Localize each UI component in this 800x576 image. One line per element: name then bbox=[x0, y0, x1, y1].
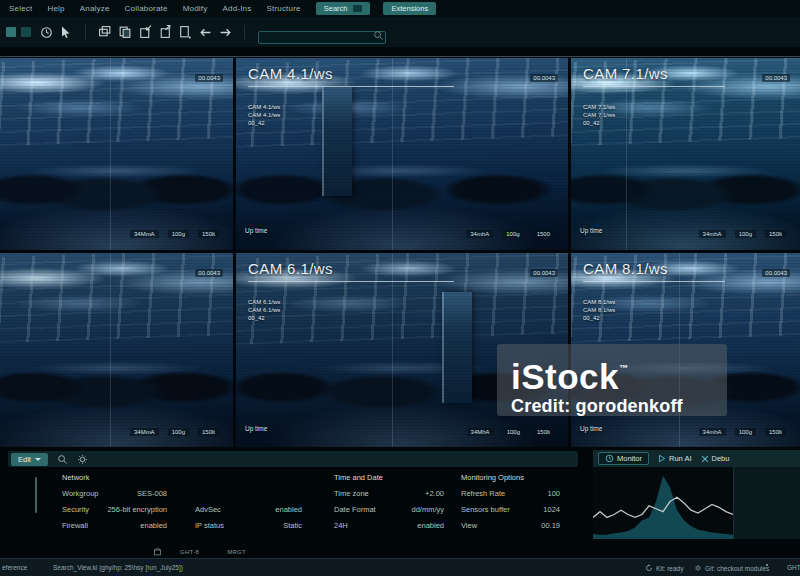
play-icon bbox=[658, 454, 666, 463]
tab-label: Run AI bbox=[669, 454, 692, 463]
setting-row[interactable]: WorkgroupSES-008 bbox=[62, 486, 167, 502]
setting-row[interactable]: View00.19 bbox=[461, 518, 560, 534]
camera-uptime-label: Up time bbox=[245, 227, 267, 234]
windows-layout-icon[interactable] bbox=[98, 25, 112, 39]
advanced-section: AdvSecenabled IP statusStatic bbox=[195, 502, 302, 534]
import-file-icon[interactable] bbox=[138, 25, 152, 39]
camera-tile-left-bottom[interactable]: 00.0043 34MmA 100g 150lt bbox=[0, 253, 233, 448]
statusbar-kit-status[interactable]: Kit: ready bbox=[645, 564, 683, 572]
search-shortcut-box bbox=[353, 5, 362, 12]
setting-label: Refresh Rate bbox=[461, 486, 505, 502]
setting-row[interactable]: Time zone+2.00 bbox=[334, 486, 444, 502]
statusbar-search-path: Search_View.kl (ghy/hp: 25\hsy [run_July… bbox=[53, 564, 183, 571]
menu-item-help[interactable]: Help bbox=[47, 4, 64, 13]
camera-telemetry: 34MmA 100g 150lt bbox=[130, 230, 219, 238]
export-file-icon[interactable] bbox=[158, 25, 172, 39]
edit-dropdown-button[interactable]: Edit bbox=[11, 453, 48, 466]
surveillance-app-window: Select Help Analyze Collaborate Modify A… bbox=[0, 0, 800, 576]
crosshair-line bbox=[110, 58, 111, 250]
camera-sublabel: CAM 4.1/ws bbox=[248, 111, 280, 119]
camera-tile-cam-4-1[interactable]: CAM 4.1/ws CAM 4.1/ws CAM 4.1/ws 00_42 0… bbox=[236, 58, 568, 250]
camera-feed-image bbox=[0, 253, 233, 448]
telemetry-value: 100g bbox=[503, 428, 524, 436]
telemetry-value: 34MhA bbox=[467, 428, 494, 436]
box-icon[interactable] bbox=[153, 547, 162, 556]
camera-title-text: CAM 7.1/ws bbox=[583, 65, 668, 82]
statusbar-git-status[interactable]: Git: checkout modules bbox=[694, 564, 769, 572]
panel-scrollbar[interactable] bbox=[35, 477, 37, 513]
secondary-tool-swatch[interactable] bbox=[21, 27, 31, 37]
cursor-tool-icon[interactable] bbox=[59, 25, 73, 39]
camera-corner-value: 00.0043 bbox=[195, 74, 223, 82]
statusbar-right-partial: GHT bbox=[787, 564, 800, 571]
telemetry-value: 1500 bbox=[533, 230, 554, 238]
camera-uptime-label: Up time bbox=[245, 425, 267, 432]
camera-telemetry: 34mhA 100g 150lt bbox=[699, 230, 786, 238]
menu-item-structure[interactable]: Structure bbox=[266, 4, 300, 13]
camera-uptime-label: Up time bbox=[580, 425, 602, 432]
new-file-icon[interactable] bbox=[178, 25, 192, 39]
telemetry-value: 150lt bbox=[765, 230, 786, 238]
telemetry-value: 100g bbox=[502, 230, 523, 238]
garage-pillar bbox=[322, 87, 352, 196]
extensions-label: Extensions bbox=[391, 4, 428, 13]
active-tool-swatch[interactable] bbox=[6, 27, 16, 37]
camera-sublabel: 00_42 bbox=[583, 314, 615, 322]
telemetry-value: 150lt bbox=[533, 428, 554, 436]
setting-label: View bbox=[461, 518, 477, 534]
setting-row[interactable]: IP statusStatic bbox=[195, 518, 302, 534]
tab-run-ai[interactable]: Run AI bbox=[658, 454, 692, 463]
monitor-tabstrip: Monitor Run AI Debu bbox=[593, 450, 800, 467]
menu-item-modify[interactable]: Modify bbox=[183, 4, 208, 13]
extensions-button[interactable]: Extensions bbox=[383, 2, 436, 15]
setting-row[interactable]: Sensors buffer1024 bbox=[461, 502, 560, 518]
setting-label: IP status bbox=[195, 518, 224, 534]
camera-sublabel: CAM 4.1/ws bbox=[248, 103, 280, 111]
telemetry-value: 34MmA bbox=[130, 428, 159, 436]
setting-row[interactable]: AdvSecenabled bbox=[195, 502, 302, 518]
tab-monitor[interactable]: Monitor bbox=[598, 452, 649, 465]
camera-sublabel: CAM 6.1/ws bbox=[248, 306, 280, 314]
telemetry-value: 100g bbox=[168, 428, 189, 436]
setting-value: SES-008 bbox=[137, 486, 167, 502]
camera-title-text: CAM 6.1/ws bbox=[248, 260, 333, 277]
forward-arrow-icon[interactable] bbox=[218, 25, 232, 39]
search-menu-button[interactable]: Search bbox=[316, 2, 371, 15]
search-menu-label: Search bbox=[324, 4, 348, 13]
setting-row[interactable]: Firewallenabled bbox=[62, 518, 167, 534]
setting-label: Firewall bbox=[62, 518, 88, 534]
telemetry-value: 150lt bbox=[198, 428, 219, 436]
menu-item-select[interactable]: Select bbox=[9, 4, 32, 13]
telemetry-value: 100g bbox=[735, 230, 756, 238]
search-icon[interactable] bbox=[57, 454, 68, 465]
camera-sublabel: CAM 7.1/ws bbox=[583, 103, 615, 111]
section-title: Monitoring Options bbox=[461, 470, 560, 486]
menu-item-analyze[interactable]: Analyze bbox=[80, 4, 110, 13]
camera-sublabel: 00_42 bbox=[248, 314, 280, 322]
telemetry-value: 150lt bbox=[765, 428, 786, 436]
camera-corner-value: 00.0043 bbox=[530, 74, 558, 82]
back-arrow-icon[interactable] bbox=[198, 25, 212, 39]
duplicate-layers-icon[interactable] bbox=[118, 25, 132, 39]
menu-item-collaborate[interactable]: Collaborate bbox=[125, 4, 168, 13]
setting-row[interactable]: Refresh Rate100 bbox=[461, 486, 560, 502]
setting-row[interactable]: Security256-bit encryption bbox=[62, 502, 167, 518]
setting-label: Security bbox=[62, 502, 89, 518]
camera-corner-value: 00.0043 bbox=[195, 269, 223, 277]
refresh-icon bbox=[645, 564, 653, 572]
camera-tile-left-top[interactable]: 00.0043 34MmA 100g 150lt bbox=[0, 58, 233, 250]
gear-icon[interactable] bbox=[77, 454, 88, 465]
camera-sublabel: 00_42 bbox=[583, 119, 615, 127]
toolbar-search-field bbox=[258, 26, 386, 39]
setting-value: enabled bbox=[417, 518, 444, 534]
setting-row[interactable]: 24Henabled bbox=[334, 518, 444, 534]
menu-item-add-ins[interactable]: Add-Ins bbox=[222, 4, 251, 13]
toolbar-search-input[interactable] bbox=[258, 31, 386, 44]
istock-watermark: iStock™ Credit: gorodenkoff bbox=[497, 344, 727, 416]
camera-tile-cam-7-1[interactable]: CAM 7.1/ws CAM 7.1/ws CAM 7.1/ws 00_42 0… bbox=[571, 58, 800, 250]
tab-debug[interactable]: Debu bbox=[701, 454, 730, 463]
setting-value: +2.00 bbox=[425, 486, 444, 502]
setting-row[interactable]: Date Formatdd/mm/yy bbox=[334, 502, 444, 518]
clock-tool-icon[interactable] bbox=[39, 25, 53, 39]
setting-value: 100 bbox=[547, 486, 560, 502]
